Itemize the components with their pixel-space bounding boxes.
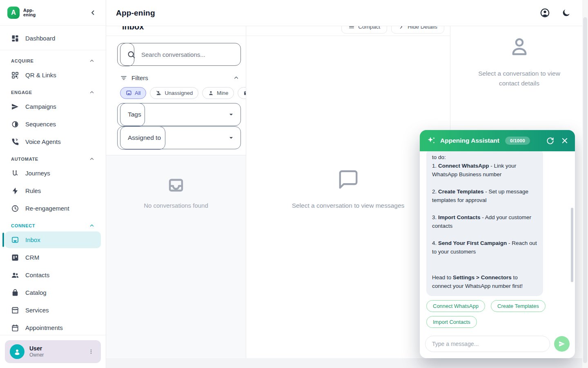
message-intro: to do: [432, 153, 537, 162]
sidebar-item-label: CRM [25, 254, 39, 261]
lightning-icon [11, 187, 19, 195]
sidebar-item-label: Catalog [25, 289, 47, 296]
route-icon [11, 169, 19, 177]
tags-select[interactable]: Tags [120, 103, 241, 126]
assistant-header: Appening Assistant 0/1000 [420, 130, 575, 151]
send-button[interactable] [554, 336, 570, 352]
sidebar-item-re-engagement[interactable]: Re-engagement [5, 200, 101, 217]
chip-all[interactable]: All [120, 87, 146, 99]
sidebar-collapse-button[interactable] [88, 7, 98, 18]
clock-icon [11, 204, 19, 213]
people-icon [11, 271, 19, 279]
dark-mode-toggle[interactable] [561, 8, 571, 18]
send-plane-icon [558, 340, 566, 348]
sidebar-item-appointments[interactable]: Appointments [5, 319, 101, 335]
list-icon [348, 26, 355, 30]
storefront-icon [11, 306, 19, 314]
phone-call-icon [11, 138, 19, 146]
chip-unassigned[interactable]: Unassigned [150, 87, 198, 99]
sidebar-item-qr-links[interactable]: QR & Links [5, 67, 101, 83]
chevron-up-icon [89, 58, 95, 64]
sidebar-item-sequences[interactable]: Sequences [5, 116, 101, 132]
moon-icon [561, 8, 571, 18]
page-scrollbar[interactable] [582, 0, 588, 368]
app-logo-icon: A [7, 7, 20, 19]
topbar: App-ening [106, 0, 588, 26]
filters-toggle[interactable]: Filters [120, 74, 241, 81]
sidebar-item-voice-agents[interactable]: Voice Agents [5, 133, 101, 150]
assistant-message-input[interactable] [425, 336, 550, 352]
create-templates-button[interactable]: Create Templates [491, 300, 546, 312]
close-button[interactable] [561, 137, 568, 144]
filter-icon [120, 74, 127, 81]
sidebar-item-dashboard[interactable]: Dashboard [5, 30, 101, 47]
chat-bubble-icon [337, 168, 359, 191]
chevron-right-icon [398, 26, 404, 30]
sidebar-item-label: Campaigns [25, 103, 56, 110]
person-outline-icon [509, 36, 530, 57]
chevron-up-icon [233, 75, 239, 81]
message-step-4: 4. Send Your First Campaign - Reach out … [432, 239, 537, 256]
account-button[interactable] [540, 8, 550, 18]
hide-details-button[interactable]: Hide Details [391, 26, 444, 34]
chip-label: Mine [217, 90, 228, 96]
section-label: ACQUIRE [11, 58, 34, 63]
sidebar-item-campaigns[interactable]: Campaigns [5, 98, 101, 115]
sidebar-item-journeys[interactable]: Journeys [5, 165, 101, 182]
message-step-2: 2. Create Templates - Set up message tem… [432, 187, 537, 204]
compact-label: Compact [358, 26, 380, 30]
usage-badge: 0/1000 [505, 137, 530, 145]
assistant-messages[interactable]: to do: 1. Connect WhatsApp - Link your W… [420, 151, 575, 334]
person-icon [208, 90, 214, 96]
sidebar-item-catalog[interactable]: Catalog [5, 284, 101, 301]
assigned-to-select[interactable]: Assigned to [120, 126, 241, 149]
chevron-up-icon [89, 223, 95, 229]
assistant-scrollbar[interactable] [571, 208, 573, 282]
inbox-filters: Filters All Unassigned [106, 36, 246, 155]
sidebar-item-label: Appointments [25, 324, 63, 331]
import-contacts-button[interactable]: Import Contacts [426, 316, 477, 328]
kanban-board-icon [11, 254, 19, 262]
page-title: App-ening [116, 9, 155, 18]
page-scrollbar-thumb[interactable] [583, 17, 587, 363]
close-icon [561, 137, 568, 144]
assigned-to-select-value: Assigned to [128, 134, 161, 141]
compact-button[interactable]: Compact [341, 26, 387, 34]
message-step-1: 1. Connect WhatsApp - Link your WhatsApp… [432, 162, 537, 179]
sidebar-item-label: Services [25, 307, 49, 314]
sidebar-item-contacts[interactable]: Contacts [5, 267, 101, 283]
sidebar-section-acquire[interactable]: ACQUIRE [5, 53, 101, 67]
chip-unread[interactable]: Unread [238, 87, 246, 99]
search-icon [127, 50, 136, 59]
sidebar-item-label: Contacts [25, 272, 49, 278]
mail-unread-icon [243, 90, 246, 96]
sidebar-section-automate[interactable]: AUTOMATE [5, 151, 101, 165]
sidebar-item-label: Rules [25, 187, 41, 194]
conversation-search[interactable] [120, 43, 241, 66]
refresh-button[interactable] [546, 137, 554, 145]
sidebar-item-label: QR & Links [25, 72, 56, 79]
user-card[interactable]: User Owner [5, 340, 101, 363]
user-menu-button[interactable] [86, 347, 96, 357]
chip-mine[interactable]: Mine [202, 87, 234, 99]
divider [0, 50, 106, 50]
sidebar-item-rules[interactable]: Rules [5, 182, 101, 199]
send-icon [11, 103, 19, 111]
sidebar-item-inbox[interactable]: Inbox [5, 231, 101, 248]
sidebar-section-engage[interactable]: ENGAGE [5, 84, 101, 98]
sidebar-item-crm[interactable]: CRM [5, 249, 101, 266]
tags-select-value: Tags [128, 111, 141, 118]
assistant-message-bubble: to do: 1. Connect WhatsApp - Link your W… [426, 151, 543, 296]
user-info: User Owner [29, 345, 44, 358]
filter-chips: All Unassigned Mine [120, 87, 246, 99]
connect-whatsapp-button[interactable]: Connect WhatsApp [426, 300, 485, 312]
chevron-up-icon [89, 156, 95, 162]
assistant-widget: Appening Assistant 0/1000 to do: 1. Conn… [420, 130, 575, 358]
sidebar-item-services[interactable]: Services [5, 302, 101, 319]
hide-details-label: Hide Details [408, 26, 437, 30]
chip-label: All [135, 90, 140, 96]
search-input[interactable] [141, 51, 235, 58]
sidebar-section-connect[interactable]: CONNECT [5, 218, 101, 231]
shopping-bag-icon [11, 289, 19, 297]
sidebar-nav: Dashboard ACQUIRE QR & Links ENGAGE C [0, 26, 106, 335]
